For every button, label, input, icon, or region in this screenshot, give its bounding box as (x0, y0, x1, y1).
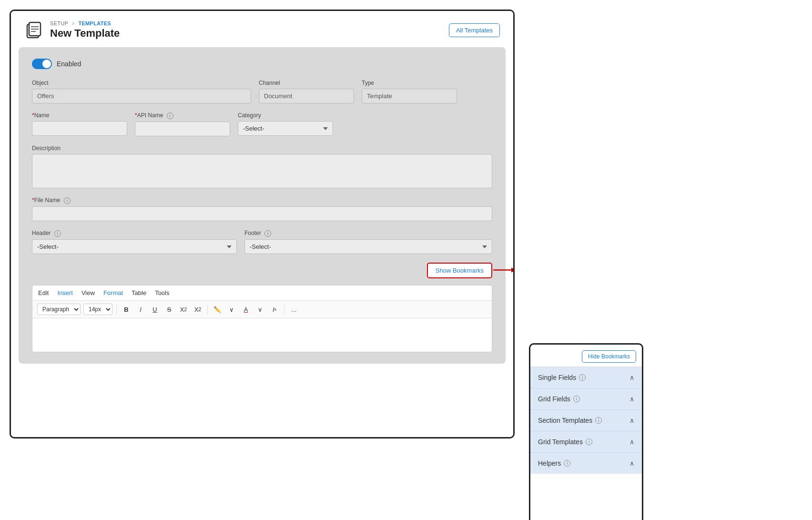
strikethrough-button[interactable]: S (163, 304, 175, 315)
channel-label: Channel (259, 80, 354, 86)
highlight-dropdown[interactable]: ∨ (226, 304, 237, 315)
show-bookmarks-button[interactable]: Show Bookmarks (427, 263, 492, 278)
filename-input[interactable] (32, 206, 492, 221)
hide-bookmarks-button[interactable]: Hide Bookmarks (582, 350, 636, 363)
helpers-info-icon[interactable]: i (564, 460, 570, 467)
grid-fields-left: Grid Fields i (538, 395, 580, 403)
font-size-select[interactable]: 14px (83, 304, 112, 315)
italic-button[interactable]: I (135, 304, 146, 315)
breadcrumb-title: SETUP > TEMPLATES New Template (50, 20, 120, 40)
type-input[interactable] (362, 89, 457, 103)
header-group: Header i -Select- (32, 230, 237, 254)
more-button[interactable]: ... (288, 304, 300, 315)
channel-group: Channel (259, 80, 354, 103)
apiname-required: * (135, 112, 137, 119)
bold-button[interactable]: B (121, 304, 132, 315)
bookmarks-header: Hide Bookmarks (530, 345, 642, 367)
grid-templates-label: Grid Templates (538, 438, 583, 446)
grid-fields-info-icon[interactable]: i (573, 396, 580, 402)
filename-required: * (32, 197, 34, 204)
name-group: *Name (32, 112, 127, 136)
paragraph-select[interactable]: Paragraph (37, 304, 81, 315)
header-left: SETUP > TEMPLATES New Template (24, 20, 120, 40)
editor-menubar: Edit Insert View Format Table Tools (32, 285, 492, 301)
description-textarea[interactable] (32, 154, 492, 188)
grid-fields-chevron: ∧ (629, 395, 634, 403)
bookmark-grid-fields[interactable]: Grid Fields i ∧ (530, 388, 642, 410)
superscript-button[interactable]: X2 (192, 304, 203, 315)
helpers-chevron: ∧ (629, 459, 634, 467)
divider-3 (284, 305, 284, 314)
menu-view[interactable]: View (81, 289, 95, 296)
font-color-dropdown[interactable]: ∨ (254, 304, 266, 315)
apiname-input[interactable] (135, 122, 230, 136)
bookmark-helpers[interactable]: Helpers i ∧ (530, 453, 642, 474)
breadcrumb-templates[interactable]: TEMPLATES (78, 20, 111, 26)
menu-tools[interactable]: Tools (155, 289, 169, 296)
highlight-button[interactable]: ✏️ (212, 304, 223, 315)
bookmark-section-templates[interactable]: Section Templates i ∧ (530, 410, 642, 431)
page-title: New Template (50, 27, 120, 40)
grid-fields-label: Grid Fields (538, 395, 570, 403)
show-bookmarks-row: Show Bookmarks (32, 263, 492, 278)
section-templates-chevron: ∧ (629, 417, 634, 424)
bookmark-single-fields[interactable]: Single Fields i ∧ (530, 367, 642, 388)
section-templates-info-icon[interactable]: i (595, 417, 602, 424)
grid-templates-info-icon[interactable]: i (586, 438, 592, 445)
object-input[interactable] (32, 89, 251, 103)
apiname-label: *API Name i (135, 112, 230, 119)
row-header-footer: Header i -Select- Footer i -Select- (32, 230, 492, 254)
apiname-group: *API Name i (135, 112, 230, 136)
all-templates-button[interactable]: All Templates (449, 23, 500, 37)
footer-info-icon[interactable]: i (264, 230, 271, 237)
apiname-info-icon[interactable]: i (167, 112, 173, 119)
header-select[interactable]: -Select- (32, 239, 237, 254)
row-name-api-category: *Name *API Name i Category -Select- (32, 112, 492, 136)
filename-info-icon[interactable]: i (64, 197, 71, 204)
single-fields-chevron: ∧ (629, 374, 634, 381)
section-templates-left: Section Templates i (538, 417, 602, 424)
name-input[interactable] (32, 121, 127, 136)
single-fields-label: Single Fields (538, 374, 576, 381)
name-required: * (32, 112, 34, 119)
footer-group: Footer i -Select- (244, 230, 492, 254)
filename-group: *File Name i (32, 197, 492, 221)
form-panel: SETUP > TEMPLATES New Template All Templ… (10, 10, 515, 438)
grid-templates-left: Grid Templates i (538, 438, 592, 446)
menu-format[interactable]: Format (103, 289, 123, 296)
divider-1 (116, 305, 117, 314)
helpers-label: Helpers (538, 459, 561, 467)
row-filename: *File Name i (32, 197, 492, 221)
editor-content[interactable] (32, 318, 492, 352)
header-info-icon[interactable]: i (54, 230, 61, 237)
grid-templates-chevron: ∧ (629, 438, 634, 446)
form-header: SETUP > TEMPLATES New Template All Templ… (11, 11, 513, 47)
category-label: Category (238, 112, 333, 119)
bookmark-grid-templates[interactable]: Grid Templates i ∧ (530, 431, 642, 453)
single-fields-info-icon[interactable]: i (579, 374, 586, 381)
subscript-button[interactable]: X2 (178, 304, 189, 315)
name-label: *Name (32, 112, 127, 119)
form-body: Enabled Object Channel Type (19, 47, 506, 364)
clear-format-button[interactable]: Ix (269, 304, 280, 315)
object-group: Object (32, 80, 251, 103)
description-label: Description (32, 145, 492, 152)
menu-insert[interactable]: Insert (57, 289, 73, 296)
underline-button[interactable]: U (149, 304, 161, 315)
footer-select[interactable]: -Select- (244, 239, 492, 254)
menu-table[interactable]: Table (132, 289, 146, 296)
editor-panel: Edit Insert View Format Table Tools Para… (32, 285, 492, 352)
svg-marker-6 (511, 267, 515, 272)
menu-edit[interactable]: Edit (38, 289, 49, 296)
toggle-row: Enabled (32, 59, 492, 69)
font-color-button[interactable]: A (240, 304, 252, 315)
channel-input[interactable] (259, 89, 354, 103)
type-label: Type (362, 80, 457, 86)
section-templates-label: Section Templates (538, 417, 592, 424)
category-select[interactable]: -Select- (238, 121, 333, 136)
app-icon (24, 20, 43, 40)
enabled-toggle[interactable] (32, 59, 52, 69)
description-group: Description (32, 145, 492, 188)
breadcrumb-setup: SETUP (50, 20, 68, 26)
helpers-left: Helpers i (538, 459, 570, 467)
